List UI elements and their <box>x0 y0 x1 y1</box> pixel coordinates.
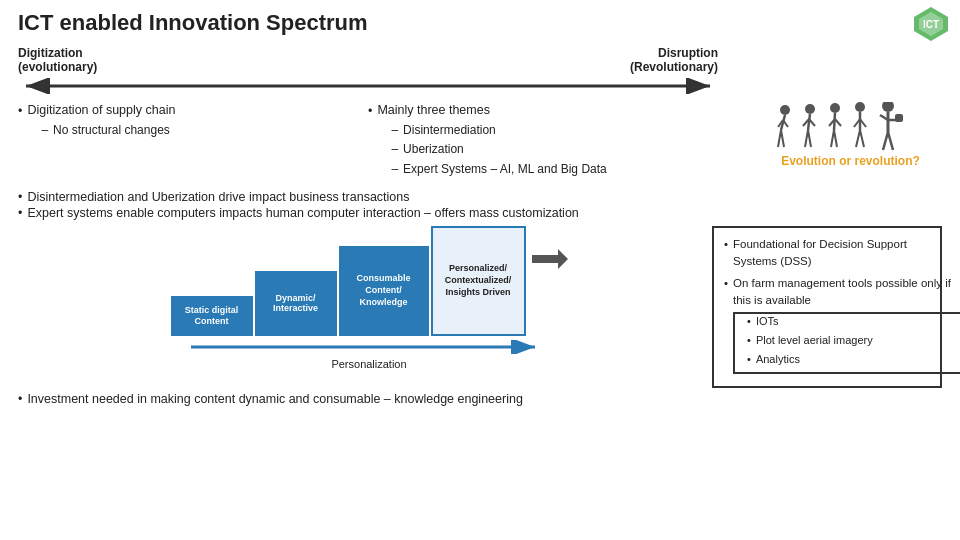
right-arrow <box>532 247 568 274</box>
svg-line-13 <box>808 130 811 147</box>
svg-line-19 <box>834 130 837 147</box>
svg-line-21 <box>835 119 841 126</box>
svg-rect-34 <box>895 114 903 122</box>
svg-point-22 <box>855 102 865 112</box>
svg-point-4 <box>780 105 790 115</box>
svg-point-16 <box>830 103 840 113</box>
svg-line-24 <box>856 130 860 147</box>
pyramid-step-4: Personalized/ Contextualized/ Insights D… <box>431 226 526 336</box>
left-bullets: • Digitization of supply chain No struct… <box>18 102 348 184</box>
svg-point-28 <box>882 102 894 112</box>
svg-text:ICT: ICT <box>923 19 939 30</box>
full-bullets: • Disintermediation and Uberization driv… <box>18 190 942 220</box>
right-bullets: • Mainly three themes Disintermediation … <box>368 102 743 184</box>
pyramid-step-2: Dynamic/ Interactive <box>255 271 337 336</box>
bottom-bullet: • Investment needed in making content dy… <box>18 392 942 406</box>
pyramid-step-3: Consumable Content/ Knowledge <box>339 246 429 336</box>
evolution-text: Evolution or revolution? <box>763 154 938 168</box>
svg-line-7 <box>781 130 784 147</box>
svg-line-31 <box>888 132 893 150</box>
logo: ICT <box>912 5 950 43</box>
svg-line-30 <box>883 132 888 150</box>
pyramid-area: Static digital Content Dynamic/ Interact… <box>18 226 700 388</box>
right-info-box: • Foundational for Decision Support Syst… <box>712 226 942 388</box>
svg-marker-35 <box>532 249 568 269</box>
personalization-area: Personalization <box>187 340 552 370</box>
pyramid-step-1: Static digital Content <box>171 296 253 336</box>
middle-section: Static digital Content Dynamic/ Interact… <box>18 226 942 388</box>
right-arrow-label: Disruption (Revolutionary) <box>630 46 718 74</box>
svg-point-10 <box>805 104 815 114</box>
page-title: ICT enabled Innovation Spectrum <box>18 10 942 36</box>
svg-line-25 <box>860 130 864 147</box>
evolution-area: Evolution or revolution? <box>763 102 938 184</box>
page: ICT ICT enabled Innovation Spectrum Digi… <box>0 0 960 540</box>
spectrum-arrow <box>18 78 718 94</box>
left-arrow-label: Digitization (evolutionary) <box>18 46 97 74</box>
svg-line-11 <box>808 114 810 130</box>
